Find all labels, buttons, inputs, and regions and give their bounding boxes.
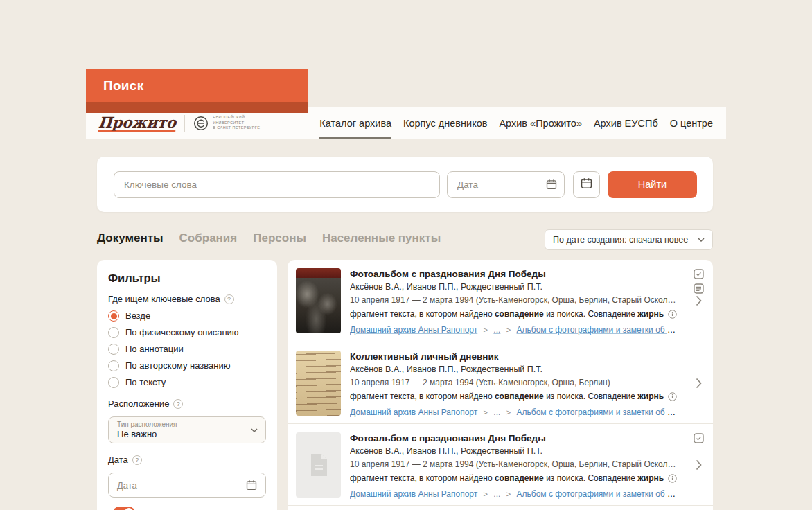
nav-item-catalog[interactable]: Каталог архива: [319, 107, 391, 139]
filter-date-placeholder: Дата: [117, 480, 137, 491]
result-title: Коллективный личный дневник: [350, 351, 677, 362]
scope-option-annotation[interactable]: По аннотации: [108, 344, 266, 355]
chevron-down-icon: [251, 428, 258, 432]
breadcrumb-link[interactable]: Домашний архив Анны Рапопорт: [350, 407, 477, 417]
nav-item-corpus[interactable]: Корпус дневников: [403, 107, 487, 139]
results-list: Фотоальбом с празднования Дня Победы Акс…: [288, 260, 713, 510]
result-authors: Аксёнов В.А., Иванов П.П., Рождественный…: [350, 364, 677, 375]
keywords-input[interactable]: [114, 171, 440, 198]
radio-label: По аннотации: [125, 344, 184, 355]
nav-item-about[interactable]: О центре: [670, 107, 713, 139]
breadcrumb-ellipsis[interactable]: ...: [493, 325, 500, 335]
scope-option-everywhere[interactable]: Везде: [108, 310, 266, 322]
nav-item-archive-euspb[interactable]: Архив ЕУСПб: [594, 107, 658, 139]
result-snippet: фрагмент текста, в котором найдено совпа…: [350, 473, 677, 484]
main-nav: Каталог архива Корпус дневников Архив «П…: [319, 107, 713, 139]
select-document-icon[interactable]: [694, 433, 704, 443]
euspb-logo-icon: [193, 116, 209, 131]
location-label: Расположение ?: [108, 398, 266, 410]
result-body: Фотоальбом с празднования Дня Победы Акс…: [350, 432, 705, 497]
location-type-caption: Тип расположения: [117, 421, 245, 428]
nav-item-archive-prozhito[interactable]: Архив «Прожито»: [499, 107, 582, 139]
chevron-right-icon[interactable]: [696, 459, 702, 471]
next-result-partial: [288, 505, 713, 510]
breadcrumb-separator: >: [506, 408, 511, 416]
breadcrumb-separator: >: [484, 490, 488, 498]
calendar-icon: [246, 480, 257, 491]
breadcrumb-separator: >: [484, 408, 488, 416]
breadcrumb-separator: >: [506, 326, 511, 334]
tab-collections[interactable]: Собрания: [179, 231, 238, 245]
breadcrumb-link[interactable]: Домашний архив Анны Рапопорт: [350, 489, 477, 499]
result-snippet: фрагмент текста, в котором найдено совпа…: [350, 392, 677, 402]
result-thumbnail-placeholder[interactable]: [296, 432, 341, 498]
result-body: Коллективный личный дневник Аксёнов В.А.…: [350, 351, 705, 415]
scope-label-text: Где ищем ключевые слова: [108, 294, 220, 305]
result-thumbnail-photo[interactable]: [296, 268, 341, 333]
radio-label: Везде: [125, 310, 150, 322]
info-icon[interactable]: [668, 310, 677, 319]
breadcrumb-ellipsis[interactable]: ...: [493, 407, 500, 417]
tab-persons[interactable]: Персоны: [253, 231, 306, 245]
calendar-icon: [581, 177, 592, 191]
select-document-icon[interactable]: [694, 269, 704, 279]
result-authors: Аксёнов В.А., Иванов П.П., Рождественный…: [350, 282, 677, 292]
radio-icon: [108, 377, 119, 388]
euspb-name-line3: В САНКТ-ПЕТЕРБУРГЕ: [213, 125, 260, 130]
calendar-icon[interactable]: [546, 179, 557, 193]
breadcrumb-ellipsis[interactable]: ...: [493, 489, 500, 499]
filters-panel: Фильтры Где ищем ключевые слова ? Везде …: [97, 260, 277, 510]
result-type-tabs: Документы Собрания Персоны Населенные пу…: [97, 231, 441, 245]
breadcrumb-link[interactable]: Альбом с фотографиями и заметки об истор…: [517, 489, 678, 499]
search-submit-button[interactable]: Найти: [608, 171, 697, 198]
breadcrumb-link[interactable]: Альбом с фотографиями и заметки об истор…: [517, 407, 678, 417]
scope-option-author-title[interactable]: По авторскому названию: [108, 360, 266, 371]
question-icon[interactable]: ?: [173, 399, 183, 409]
radio-icon: [108, 310, 119, 322]
chevron-right-icon[interactable]: [696, 378, 702, 389]
euspb-name: ЕВРОПЕЙСКИЙ УНИВЕРСИТЕТ В САНКТ-ПЕТЕРБУР…: [213, 115, 260, 130]
radio-label: По авторскому названию: [125, 360, 230, 371]
info-icon[interactable]: [668, 392, 677, 401]
result-snippet: фрагмент текста, в котором найдено совпа…: [350, 309, 677, 319]
document-text-icon[interactable]: [694, 283, 704, 294]
euspb-name-line2: УНИВЕРСИТЕТ: [213, 121, 260, 125]
result-thumbnail-manuscript[interactable]: [296, 351, 341, 416]
radio-label: По физическому описанию: [125, 327, 239, 338]
location-type-select[interactable]: Тип расположения Не важно: [108, 416, 266, 443]
breadcrumb-link[interactable]: Альбом с фотографиями и заметки об истор…: [517, 325, 678, 335]
tab-documents[interactable]: Документы: [97, 231, 164, 245]
sort-select[interactable]: По дате создания: сначала новее: [545, 229, 713, 250]
scope-option-physical[interactable]: По физическому описанию: [108, 327, 266, 338]
radio-icon: [108, 327, 119, 338]
result-row[interactable]: Фотоальбом с празднования Дня Победы Акс…: [288, 423, 713, 505]
cut-off-toggle[interactable]: [114, 507, 134, 510]
filter-date-input[interactable]: Дата: [108, 473, 266, 498]
question-icon[interactable]: ?: [224, 294, 234, 304]
chevron-right-icon[interactable]: [696, 295, 702, 306]
result-dates: 10 апреля 1917 — 2 марта 1994 (Усть-Каме…: [350, 459, 677, 469]
tab-places[interactable]: Населенные пункты: [322, 231, 441, 245]
euspb-name-line1: ЕВРОПЕЙСКИЙ: [213, 115, 260, 120]
result-breadcrumb: Домашний архив Анны Рапопорт > ... > Аль…: [350, 407, 677, 418]
radio-label: По тексту: [125, 377, 166, 388]
info-icon[interactable]: [668, 474, 677, 483]
breadcrumb-separator: >: [506, 490, 511, 498]
calendar-button[interactable]: [573, 171, 600, 198]
result-indicator-icons: [694, 433, 704, 443]
radio-icon: [108, 360, 119, 371]
result-row[interactable]: Коллективный личный дневник Аксёнов В.А.…: [288, 342, 713, 423]
scope-option-text[interactable]: По тексту: [108, 377, 266, 388]
result-breadcrumb: Домашний архив Анны Рапопорт > ... > Аль…: [350, 489, 677, 500]
chevron-down-icon: [698, 238, 705, 242]
result-body: Фотоальбом с празднования Дня Победы Акс…: [350, 268, 705, 333]
page-title-tab: Поиск: [86, 69, 308, 102]
result-title: Фотоальбом с празднования Дня Победы: [350, 433, 677, 444]
result-row[interactable]: Фотоальбом с празднования Дня Победы Акс…: [288, 260, 713, 342]
question-icon[interactable]: ?: [132, 455, 142, 465]
breadcrumb-link[interactable]: Домашний архив Анны Рапопорт: [350, 325, 477, 335]
scope-label: Где ищем ключевые слова ?: [108, 294, 266, 305]
location-label-text: Расположение: [108, 398, 169, 410]
page-title: Поиск: [103, 78, 144, 94]
prozhito-logo[interactable]: Прожито: [98, 114, 177, 132]
